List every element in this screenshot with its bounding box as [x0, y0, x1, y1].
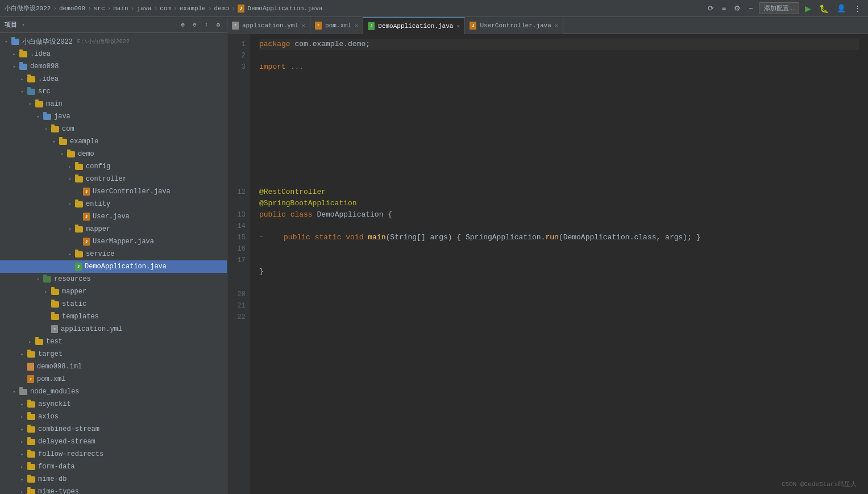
- code-editor[interactable]: package com.example.demo; import ... @Re…: [250, 34, 868, 494]
- arrow-form-data: [18, 464, 26, 470]
- arrow-mime-types: [18, 489, 26, 495]
- structure-button[interactable]: ≡: [720, 3, 729, 14]
- sidebar-item-mime-types[interactable]: mime-types: [0, 485, 227, 494]
- java-icon-usermapper: J: [83, 238, 90, 246]
- sidebar-item-service[interactable]: service: [0, 248, 227, 260]
- tree-root[interactable]: 小白做毕设2022 E:\小白做毕设2022: [0, 35, 227, 48]
- sidebar-item-example[interactable]: example: [0, 135, 227, 148]
- iml-icon: [27, 363, 34, 371]
- sidebar-item-asynckit[interactable]: asynckit: [0, 398, 227, 410]
- sidebar-item-demo-folder[interactable]: demo: [0, 148, 227, 160]
- sidebar-item-combined-stream[interactable]: combined-stream: [0, 423, 227, 435]
- sidebar-item-idea[interactable]: .idea: [0, 48, 227, 60]
- sidebar-collapse-icon[interactable]: ⊖: [190, 20, 199, 30]
- tree-label-delayed-stream: delayed-stream: [38, 438, 95, 446]
- tab-pom-xml[interactable]: X pom.xml ✕: [310, 17, 363, 34]
- sidebar-item-demoapplication[interactable]: J DemoApplication.java: [0, 260, 227, 273]
- sidebar-item-demo098-iml[interactable]: demo098.iml: [0, 360, 227, 373]
- main-layout: 项目 ▾ ⊕ ⊖ ↕ ⚙ 小白做毕设2022 E:\小白做毕设2022 .ide…: [0, 17, 868, 494]
- sidebar-item-target[interactable]: target: [0, 348, 227, 360]
- tree-label-combined-stream: combined-stream: [38, 425, 99, 433]
- sidebar-item-static[interactable]: static: [0, 298, 227, 310]
- tree-label-com: com: [62, 125, 74, 133]
- tab-close-pom-xml[interactable]: ✕: [355, 22, 358, 29]
- sidebar-item-controller[interactable]: controller: [0, 173, 227, 185]
- tab-close-application-yml[interactable]: ✕: [302, 22, 305, 29]
- arrow-combined-stream: [18, 426, 26, 433]
- sidebar-item-main[interactable]: main: [0, 98, 227, 110]
- sidebar-expand-icon[interactable]: ⊕: [179, 20, 188, 30]
- folder-icon-controller: [75, 176, 83, 182]
- folder-icon-target: [27, 351, 35, 358]
- editor-area: Y application.yml ✕ X pom.xml ✕ J DemoAp…: [227, 17, 868, 494]
- tree-label-config: config: [86, 163, 110, 171]
- sidebar-sort-icon[interactable]: ↕: [202, 20, 211, 30]
- sidebar-item-mime-db[interactable]: mime-db: [0, 473, 227, 485]
- sidebar-item-demo098[interactable]: demo098: [0, 60, 227, 73]
- tree-subtitle-root: E:\小白做毕设2022: [77, 38, 130, 45]
- more-button[interactable]: ⋮: [852, 3, 863, 14]
- arrow-asynckit: [18, 401, 26, 408]
- arrow-service: [66, 251, 74, 258]
- tree-label-src: src: [38, 88, 51, 96]
- tab-close-usercontroller[interactable]: ✕: [555, 22, 558, 29]
- java-icon-demoapplication: J: [75, 263, 82, 271]
- sidebar-item-usermapper[interactable]: J UserMapper.java: [0, 235, 227, 248]
- kw-package: package: [259, 39, 290, 50]
- sidebar-item-entity[interactable]: entity: [0, 198, 227, 210]
- minimize-button[interactable]: −: [746, 3, 755, 14]
- tree-label-form-data: form-data: [38, 463, 75, 471]
- tab-usercontroller[interactable]: J UserController.java ✕: [465, 17, 563, 34]
- sidebar-item-usercontroller[interactable]: J UserController.java: [0, 185, 227, 198]
- sidebar-item-config[interactable]: config: [0, 160, 227, 173]
- debug-button[interactable]: 🐛: [817, 3, 831, 14]
- sidebar-item-mapper[interactable]: mapper: [0, 223, 227, 235]
- tree-label-usermapper: UserMapper.java: [93, 238, 154, 246]
- add-config-button[interactable]: 添加配置...: [759, 2, 799, 14]
- sidebar-item-java[interactable]: java: [0, 110, 227, 123]
- sidebar-item-templates[interactable]: templates: [0, 310, 227, 323]
- settings-button[interactable]: ⚙: [732, 3, 743, 14]
- sidebar-item-resources[interactable]: resources: [0, 273, 227, 285]
- tab-close-demoapplication[interactable]: ✕: [456, 23, 460, 30]
- yaml-icon-application: Y: [51, 325, 58, 333]
- tab-application-yml[interactable]: Y application.yml ✕: [227, 17, 310, 34]
- breadcrumb-demo098: demo098: [59, 5, 85, 12]
- tab-label-application-yml: application.yml: [242, 22, 298, 29]
- run-button[interactable]: ▶: [803, 3, 813, 14]
- folder-icon-main: [35, 101, 43, 107]
- code-line-3: import ...: [259, 61, 859, 73]
- sidebar-item-test[interactable]: test: [0, 335, 227, 348]
- tree-label-templates: templates: [62, 313, 99, 321]
- code-line-2: [259, 50, 859, 61]
- sidebar-item-pom-xml[interactable]: X pom.xml: [0, 373, 227, 385]
- sidebar-item-idea-sub[interactable]: .idea: [0, 73, 227, 85]
- sidebar-item-axios[interactable]: axios: [0, 410, 227, 423]
- sidebar-item-form-data[interactable]: form-data: [0, 460, 227, 473]
- fold-marker-17[interactable]: −: [259, 232, 264, 243]
- folder-icon-java: [43, 114, 51, 120]
- folder-icon-root: [11, 39, 19, 45]
- sidebar-item-application-yml[interactable]: Y application.yml: [0, 323, 227, 335]
- sidebar-item-user-java[interactable]: J User.java: [0, 210, 227, 223]
- profile-button[interactable]: 👤: [834, 3, 848, 14]
- sidebar-item-follow-redirects[interactable]: follow-redirects: [0, 448, 227, 460]
- sidebar-item-src[interactable]: src: [0, 85, 227, 98]
- tree-label-entity: entity: [86, 200, 110, 208]
- tree-label-mime-db: mime-db: [38, 475, 67, 483]
- sidebar-item-delayed-stream[interactable]: delayed-stream: [0, 435, 227, 448]
- tree-label-demo-folder: demo: [78, 150, 94, 158]
- sidebar-item-node-modules[interactable]: node_modules: [0, 385, 227, 398]
- sidebar-item-mapper-res[interactable]: mapper: [0, 285, 227, 298]
- top-toolbar: 小白做毕设2022 › demo098 › src › main › java …: [0, 0, 868, 17]
- line-numbers: 1 2 3 12 13 14 15 16 17 20 21 22: [227, 34, 250, 494]
- sidebar-item-com[interactable]: com: [0, 123, 227, 135]
- code-line-12: [259, 175, 859, 186]
- tab-demoapplication[interactable]: J DemoApplication.java ✕: [363, 17, 465, 34]
- sidebar-gear-icon[interactable]: ⚙: [214, 20, 222, 30]
- sync-button[interactable]: ⟳: [705, 3, 716, 14]
- editor-content[interactable]: 1 2 3 12 13 14 15 16 17 20 21 22 package…: [227, 34, 868, 494]
- toolbar-actions: ⟳ ≡ ⚙ − 添加配置... ▶ 🐛 👤 ⋮: [705, 2, 863, 14]
- sidebar-tree[interactable]: 小白做毕设2022 E:\小白做毕设2022 .idea demo098 .id…: [0, 33, 227, 494]
- arrow-delayed-stream: [18, 439, 26, 445]
